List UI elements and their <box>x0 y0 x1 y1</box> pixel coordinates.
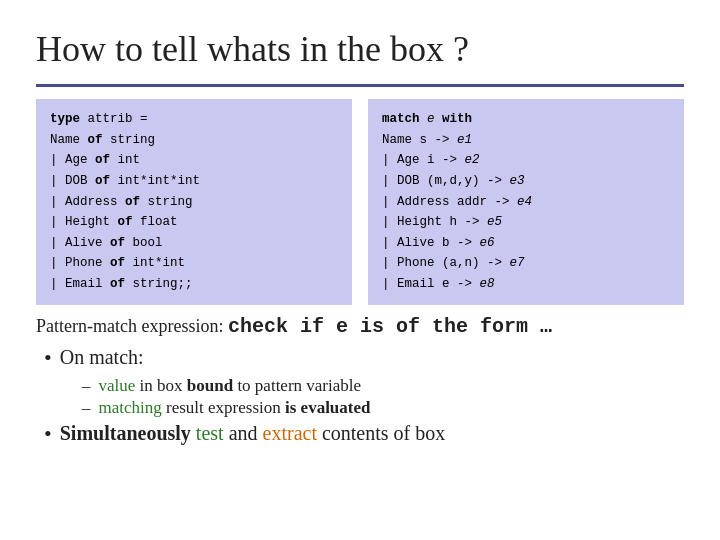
slide-title: How to tell whats in the box ? <box>36 28 684 70</box>
sub-text-1: value in box bound to pattern variable <box>99 376 362 396</box>
bullet-simultaneously: • Simultaneously test and extract conten… <box>44 420 684 449</box>
bullet-on-match-text: On match: <box>60 344 144 371</box>
divider <box>36 84 684 87</box>
sub-bullet-matching: – matching result expression is evaluate… <box>82 398 684 418</box>
slide: How to tell whats in the box ? type attr… <box>0 0 720 540</box>
code-panels: type attrib = Name of string| Age of int… <box>36 99 684 305</box>
right-code-box: match e with Name s -> e1| Age i -> e2| … <box>368 99 684 305</box>
sub-text-2: matching result expression is evaluated <box>99 398 371 418</box>
sub-bullet-value: – value in box bound to pattern variable <box>82 376 684 396</box>
bullet-on-match: • On match: <box>44 344 684 373</box>
value-word: value <box>99 376 136 395</box>
bound-word: bound <box>187 376 233 395</box>
bullets-section: • On match: – value in box bound to patt… <box>44 344 684 449</box>
matching-word: matching <box>99 398 162 417</box>
sub-dash-1: – <box>82 376 91 396</box>
bullet-simultaneously-text: Simultaneously test and extract contents… <box>60 420 446 447</box>
test-word: test <box>196 422 224 444</box>
extract-word: extract <box>263 422 317 444</box>
left-code-box: type attrib = Name of string| Age of int… <box>36 99 352 305</box>
pattern-prefix: Pattern-match expression: <box>36 316 223 336</box>
bullet-dot-1: • <box>44 344 52 373</box>
sub-dash-2: – <box>82 398 91 418</box>
pattern-suffix: check if e is of the form … <box>228 315 552 338</box>
is-evaluated-phrase: is evaluated <box>285 398 370 417</box>
and-word: and <box>229 422 263 444</box>
contents-phrase: contents of box <box>322 422 445 444</box>
simultaneously-word: Simultaneously <box>60 422 191 444</box>
pattern-line: Pattern-match expression: check if e is … <box>36 315 684 338</box>
bullet-dot-2: • <box>44 420 52 449</box>
